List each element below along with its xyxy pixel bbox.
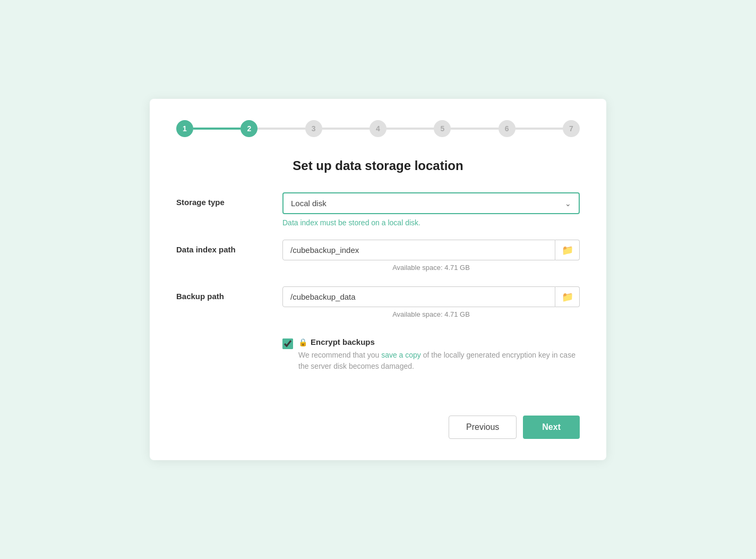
encrypt-label-block: 🔒 Encrypt backups We recommend that you …: [298, 337, 580, 372]
step-line-3-4: [322, 128, 370, 130]
storage-type-select[interactable]: Local disk Amazon S3 Google Cloud Storag…: [284, 193, 579, 213]
encrypt-title: 🔒 Encrypt backups: [298, 337, 580, 346]
lock-icon: 🔒: [298, 338, 307, 346]
backup-path-input[interactable]: [282, 286, 555, 307]
encrypt-label-text: Encrypt backups: [311, 337, 375, 346]
backup-path-row: Backup path 📁 Available space: 4.71 GB: [176, 286, 580, 329]
step-line-1-2: [193, 128, 240, 130]
storage-type-label: Storage type: [176, 192, 282, 207]
footer: Previous Next: [176, 416, 580, 439]
storage-type-row: Storage type Local disk Amazon S3 Google…: [176, 192, 580, 235]
data-index-space-text: Available space: 4.71 GB: [282, 264, 580, 272]
next-button[interactable]: Next: [523, 416, 580, 439]
backup-path-input-group: 📁: [282, 286, 580, 307]
previous-button[interactable]: Previous: [449, 416, 517, 439]
folder-icon: 📁: [562, 244, 573, 256]
modal-container: 1 2 3 4 5 6 7 Set up data storage locati…: [150, 99, 606, 460]
step-1: 1: [176, 120, 193, 137]
storage-type-select-wrapper: Local disk Amazon S3 Google Cloud Storag…: [282, 192, 580, 214]
step-line-4-5: [386, 128, 434, 130]
storage-type-field: Local disk Amazon S3 Google Cloud Storag…: [282, 192, 580, 235]
data-index-label: Data index path: [176, 240, 282, 254]
form-body: Storage type Local disk Amazon S3 Google…: [176, 192, 580, 394]
encrypt-description: We recommend that you save a copy of the…: [298, 350, 580, 372]
stepper: 1 2 3 4 5 6 7: [176, 120, 580, 137]
step-6: 6: [499, 120, 516, 137]
encrypt-desc-prefix: We recommend that you: [298, 351, 381, 359]
data-index-field: 📁 Available space: 4.71 GB: [282, 240, 580, 282]
backup-path-field: 📁 Available space: 4.71 GB: [282, 286, 580, 329]
data-index-browse-button[interactable]: 📁: [555, 240, 580, 260]
save-copy-link[interactable]: save a copy: [381, 351, 421, 359]
folder-icon: 📁: [562, 291, 573, 303]
page-title: Set up data storage location: [176, 158, 580, 173]
encrypt-checkbox[interactable]: [282, 338, 293, 349]
encrypt-row: 🔒 Encrypt backups We recommend that you …: [282, 337, 580, 372]
step-2: 2: [240, 120, 257, 137]
step-3: 3: [305, 120, 322, 137]
step-4: 4: [370, 120, 386, 137]
data-index-input-group: 📁: [282, 240, 580, 260]
step-line-5-6: [451, 128, 498, 130]
step-5: 5: [434, 120, 451, 137]
step-line-6-7: [516, 128, 563, 130]
step-line-2-3: [257, 128, 305, 130]
data-index-input[interactable]: [282, 240, 555, 260]
data-index-row: Data index path 📁 Available space: 4.71 …: [176, 240, 580, 282]
backup-path-label: Backup path: [176, 286, 282, 301]
backup-path-space-text: Available space: 4.71 GB: [282, 310, 580, 318]
storage-info-text: Data index must be stored on a local dis…: [282, 218, 580, 227]
step-7: 7: [563, 120, 580, 137]
backup-path-browse-button[interactable]: 📁: [555, 286, 580, 307]
